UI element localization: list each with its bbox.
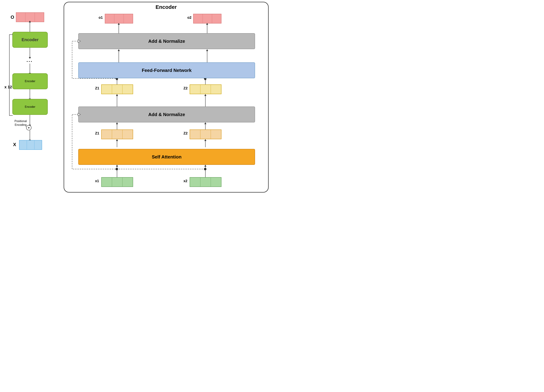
arrow-ffn-addnorm2 — [207, 49, 207, 62]
positional-encoding-label: Positional Encoding — [14, 119, 27, 127]
x1-cell-2 — [112, 178, 123, 187]
x2-label: x2 — [183, 179, 187, 183]
z1-bot-box — [101, 129, 133, 139]
x2-cell-1 — [190, 178, 201, 187]
x-cell-1 — [19, 140, 27, 149]
arrow-encoder-top-down — [30, 48, 30, 57]
arrow-x1-lower — [117, 170, 117, 177]
x2-box — [190, 177, 221, 187]
arrow-z1top-to-ffn — [117, 78, 117, 84]
z1t-cell-1 — [102, 85, 112, 94]
arrow-x2-lower — [205, 170, 206, 177]
o2-box — [193, 14, 221, 23]
x2-cell-3 — [211, 178, 221, 187]
o2-cell-2 — [203, 14, 212, 23]
x1-label: x1 — [95, 179, 99, 183]
x-input-label: X — [13, 142, 16, 147]
o1-cell-3 — [124, 14, 133, 23]
output-cell-1 — [16, 13, 25, 22]
z1b-cell-1 — [102, 130, 112, 139]
arrow-ffn-addnorm1 — [118, 49, 119, 62]
encoder-title: Encoder — [64, 4, 268, 10]
dots-label: ... — [27, 57, 33, 63]
arrow-addnorm-z1top — [117, 94, 117, 106]
arrow-plus-down — [30, 130, 30, 140]
arrow-dots-down — [30, 64, 30, 73]
arrow-z1bot-up — [117, 123, 117, 129]
arrow-encoder-bot-down — [30, 115, 30, 125]
arrow-to-o1 — [118, 24, 119, 33]
bracket-top — [9, 35, 13, 35]
z1-top-label: Z1 — [95, 86, 99, 90]
add-normalize-top: Add & Normalize — [78, 33, 255, 49]
o1-cell-1 — [105, 14, 114, 23]
x2-cell-2 — [201, 178, 211, 187]
x1-cell-1 — [102, 178, 112, 187]
o1-label: o1 — [99, 16, 103, 20]
z1t-cell-2 — [112, 85, 123, 94]
z2-top-label: Z2 — [183, 86, 188, 90]
x-input-box — [19, 140, 42, 150]
bracket-line — [9, 35, 10, 116]
z2b-cell-1 — [190, 130, 201, 139]
z2t-cell-2 — [201, 85, 211, 94]
o1-box — [105, 14, 133, 23]
z1b-cell-2 — [112, 130, 123, 139]
output-cell-2 — [25, 13, 35, 22]
z1b-cell-3 — [123, 130, 133, 139]
plus-circle: + — [26, 125, 31, 130]
right-section: Encoder o1 o2 Add & Normalize F — [64, 2, 269, 193]
arrow-encoder-mid-down — [30, 89, 30, 99]
self-attention-box: Self Attention — [78, 149, 255, 165]
arrow-to-o2 — [207, 24, 207, 33]
z2b-cell-3 — [211, 130, 221, 139]
left-section: O Encoder ... x 12 Encoder En — [5, 7, 55, 184]
o1-cell-2 — [114, 14, 124, 23]
z2t-cell-3 — [211, 85, 221, 94]
arrow-to-output — [30, 22, 30, 32]
z1-top-box — [101, 84, 133, 94]
x-cell-2 — [27, 140, 34, 149]
arrow-selfattn-z1bot — [117, 139, 117, 147]
x1-box — [101, 177, 133, 187]
z2t-cell-1 — [190, 85, 201, 94]
z2-top-box — [190, 84, 221, 94]
x-cell-3 — [35, 140, 42, 149]
bracket-bot — [9, 115, 13, 116]
arrow-z2bot-up — [205, 123, 206, 129]
z1-bot-label: Z1 — [95, 131, 99, 135]
encoder-mid: Encoder — [12, 73, 48, 89]
o2-label: o2 — [187, 16, 191, 20]
output-label: O — [11, 14, 14, 20]
add-normalize-mid: Add & Normalize — [78, 106, 255, 123]
output-cell-3 — [35, 13, 44, 22]
encoder-bot: Encoder — [12, 99, 48, 115]
diagram-container: O Encoder ... x 12 Encoder En — [0, 0, 272, 196]
arrow-z2top-to-ffn — [205, 78, 206, 84]
z2-bot-label: Z2 — [183, 131, 188, 135]
arrow-selfattn-z2bot — [205, 139, 206, 147]
x1-cell-3 — [123, 178, 133, 187]
z1t-cell-3 — [123, 85, 133, 94]
ffn-box: Feed-Forward Network — [78, 62, 255, 78]
z2-bot-box — [190, 129, 221, 139]
arrow-addnorm-z2top — [205, 94, 206, 106]
z2b-cell-2 — [201, 130, 211, 139]
encoder-top: Encoder — [12, 32, 48, 48]
o2-cell-3 — [212, 14, 221, 23]
x12-label: x 12 — [4, 85, 12, 89]
o2-cell-1 — [194, 14, 203, 23]
